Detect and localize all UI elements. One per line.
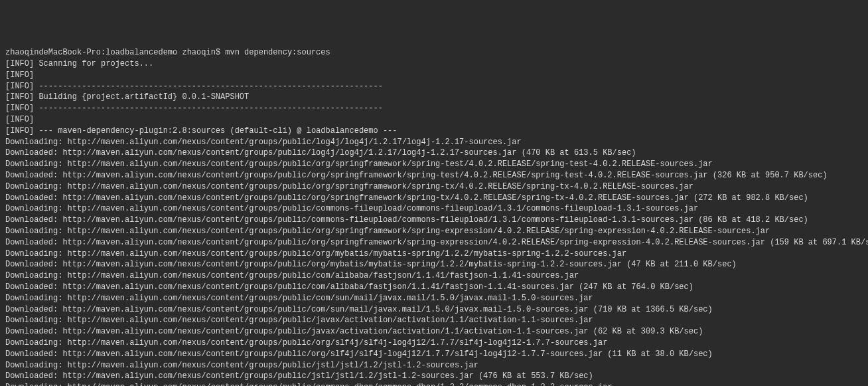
output-line: [INFO] Scanning for projects... [5, 58, 863, 70]
output-line: Downloaded: http://maven.aliyun.com/nexu… [5, 193, 863, 204]
output-line: [INFO] [5, 114, 863, 126]
prompt-host: zhaoqindeMacBook-Pro [5, 48, 101, 57]
output-line: Downloading: http://maven.aliyun.com/nex… [5, 382, 863, 386]
terminal-output[interactable]: zhaoqindeMacBook-Pro:loadbalancedemo zha… [5, 47, 863, 386]
output-line: Downloaded: http://maven.aliyun.com/nexu… [5, 304, 863, 316]
output-line: Downloading: http://maven.aliyun.com/nex… [5, 137, 863, 148]
output-line: Downloaded: http://maven.aliyun.com/nexu… [5, 371, 863, 382]
output-line: Downloading: http://maven.aliyun.com/nex… [5, 315, 863, 326]
output-line: Downloading: http://maven.aliyun.com/nex… [5, 226, 863, 237]
output-line: Downloading: http://maven.aliyun.com/nex… [5, 159, 863, 170]
output-line: Downloading: http://maven.aliyun.com/nex… [5, 360, 863, 371]
prompt-symbol: $ [216, 48, 220, 57]
output-line: [INFO] ---------------------------------… [5, 103, 863, 114]
output-line: Downloading: http://maven.aliyun.com/nex… [5, 270, 863, 282]
output-line: [INFO] ---------------------------------… [5, 81, 863, 92]
output-line: Downloaded: http://maven.aliyun.com/nexu… [5, 349, 863, 360]
output-line: Downloading: http://maven.aliyun.com/nex… [5, 248, 863, 260]
output-line: [INFO] --- maven-dependency-plugin:2.8:s… [5, 126, 863, 137]
prompt-line: zhaoqindeMacBook-Pro:loadbalancedemo zha… [5, 47, 863, 58]
prompt-path: loadbalancedemo [106, 48, 177, 57]
output-line: Downloading: http://maven.aliyun.com/nex… [5, 293, 863, 304]
output-line: Downloaded: http://maven.aliyun.com/nexu… [5, 282, 863, 293]
output-line: Downloaded: http://maven.aliyun.com/nexu… [5, 326, 863, 338]
output-line: [INFO] Building {project.artifactId} 0.0… [5, 92, 863, 103]
output-line: [INFO] [5, 70, 863, 81]
output-line: Downloaded: http://maven.aliyun.com/nexu… [5, 237, 863, 248]
output-line: Downloading: http://maven.aliyun.com/nex… [5, 338, 863, 349]
output-line: Downloaded: http://maven.aliyun.com/nexu… [5, 147, 863, 159]
output-line: Downloaded: http://maven.aliyun.com/nexu… [5, 170, 863, 181]
output-line: Downloading: http://maven.aliyun.com/nex… [5, 203, 863, 215]
command-text: mvn dependency:sources [225, 48, 330, 57]
output-line: Downloaded: http://maven.aliyun.com/nexu… [5, 259, 863, 270]
output-line: Downloaded: http://maven.aliyun.com/nexu… [5, 215, 863, 226]
output-line: Downloading: http://maven.aliyun.com/nex… [5, 181, 863, 193]
prompt-user: zhaoqin [182, 48, 215, 57]
